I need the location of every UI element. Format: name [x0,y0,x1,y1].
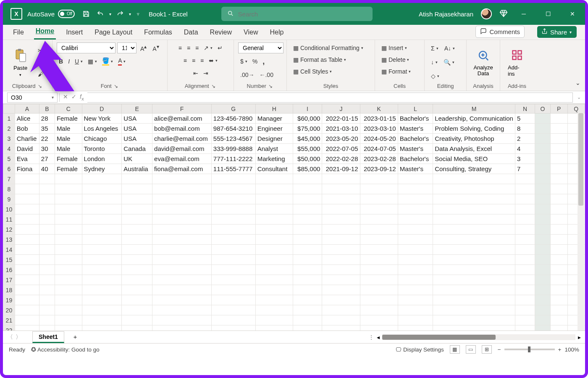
cell[interactable]: Female [55,114,82,124]
cell[interactable]: Marketing [255,154,293,164]
cell[interactable] [551,134,567,144]
cell[interactable] [122,315,152,325]
cell[interactable] [211,235,255,245]
row-header[interactable]: 22 [3,325,15,331]
cell[interactable]: 2024-07-05 [360,144,398,154]
decrease-decimal-button[interactable]: ←.00 [257,69,275,80]
enter-formula-icon[interactable]: ✓ [71,93,76,101]
cell[interactable]: Data Analysis, Excel [433,144,515,154]
cell[interactable] [122,255,152,265]
row-header[interactable]: 15 [3,255,15,265]
cell[interactable] [322,204,360,214]
cell[interactable] [360,184,398,194]
name-box[interactable]: O30 ▾ [7,93,58,103]
cell[interactable] [360,214,398,225]
cell[interactable] [39,305,55,315]
cell[interactable] [535,285,551,295]
cell[interactable]: Consultant [255,164,293,174]
decrease-font-button[interactable]: A▾ [150,42,161,53]
cell[interactable] [293,275,322,285]
tab-review[interactable]: Review [208,26,234,40]
find-select-button[interactable]: 🔍▾ [441,57,457,68]
cell[interactable] [122,265,152,275]
row-header[interactable]: 11 [3,214,15,225]
cell[interactable]: Fiona [15,164,39,174]
column-header[interactable]: D [82,104,122,114]
cell[interactable] [152,255,212,265]
italic-button[interactable]: I [66,56,72,67]
fill-button[interactable]: ↓▾ [429,57,440,68]
cell[interactable]: 2022-07-05 [322,144,360,154]
cell[interactable] [122,295,152,305]
cell[interactable] [55,245,82,255]
cell[interactable]: eva@email.com [152,154,212,164]
cell[interactable] [360,255,398,265]
cell[interactable] [82,275,122,285]
cell[interactable] [293,204,322,214]
cell[interactable] [152,214,212,225]
page-break-view-button[interactable]: ⊞ [482,345,492,354]
search-input[interactable] [238,11,367,18]
cell[interactable] [39,235,55,245]
cell[interactable] [551,245,567,255]
cell[interactable] [152,315,212,325]
cell[interactable] [551,305,567,315]
cell[interactable] [551,225,567,235]
cell[interactable] [433,285,515,295]
cell[interactable] [15,265,39,275]
row-header[interactable]: 16 [3,265,15,275]
cell[interactable] [122,285,152,295]
cell[interactable] [433,214,515,225]
cell[interactable] [211,295,255,305]
cell[interactable] [433,184,515,194]
row-header[interactable]: 14 [3,245,15,255]
cell[interactable]: 2021-03-10 [322,124,360,134]
percent-button[interactable]: % [250,56,260,67]
row-header[interactable]: 7 [3,174,15,184]
cell[interactable] [255,235,293,245]
cell[interactable]: 30 [39,144,55,154]
undo-dropdown-icon[interactable]: ▾ [109,12,111,16]
align-center-button[interactable]: ≡ [190,55,197,66]
cell[interactable]: david@email.com [152,144,212,154]
row-header[interactable]: 1 [3,114,15,124]
cell[interactable]: Master's [398,144,433,154]
bold-button[interactable]: B [57,56,65,67]
cell[interactable] [15,315,39,325]
cell[interactable]: Master's [398,164,433,174]
cell[interactable] [515,235,535,245]
cell[interactable] [39,285,55,295]
cell[interactable]: 123-456-7890 [211,114,255,124]
cell[interactable] [39,204,55,214]
page-layout-view-button[interactable]: ▭ [466,345,476,354]
formula-expand-icon[interactable]: ⌄ [573,95,585,100]
cell[interactable] [15,235,39,245]
cell[interactable]: Female [55,164,82,174]
cell[interactable] [293,245,322,255]
cancel-formula-icon[interactable]: ✕ [63,93,68,101]
cell[interactable] [122,235,152,245]
cell[interactable] [535,325,551,331]
cell[interactable] [293,255,322,265]
cell[interactable] [15,275,39,285]
cell[interactable] [39,255,55,265]
cell[interactable] [433,315,515,325]
cell[interactable] [82,174,122,184]
cell[interactable] [535,184,551,194]
cell[interactable]: 3 [515,154,535,164]
increase-decimal-button[interactable]: .00→ [238,69,256,80]
cell[interactable] [360,194,398,204]
cell[interactable] [433,325,515,331]
cell[interactable] [515,174,535,184]
cell[interactable] [122,204,152,214]
row-header[interactable]: 2 [3,124,15,134]
delete-cells-button[interactable]: ▦Delete▾ [379,54,411,65]
cell[interactable] [15,214,39,225]
cell[interactable] [551,204,567,214]
cell[interactable] [515,315,535,325]
column-header[interactable]: A [15,104,39,114]
cell[interactable] [82,285,122,295]
cell[interactable] [535,245,551,255]
cell[interactable] [55,305,82,315]
cell[interactable] [15,285,39,295]
